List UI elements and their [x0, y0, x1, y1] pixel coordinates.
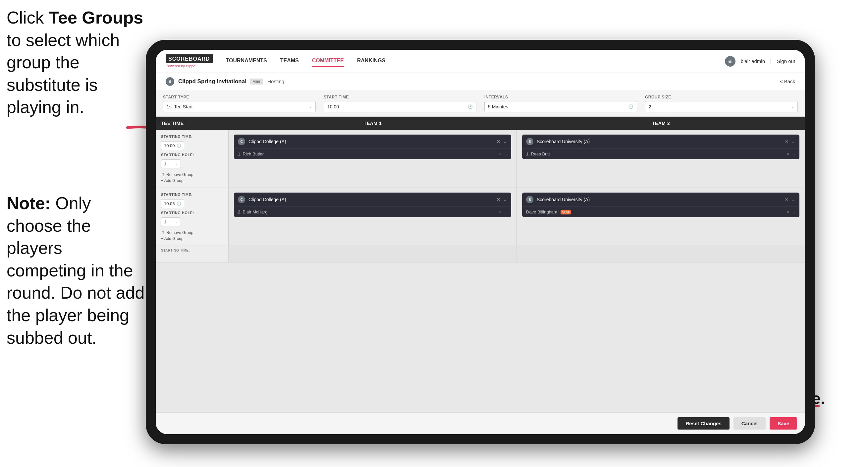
starting-time-label-1: STARTING TIME: [161, 135, 223, 139]
instruction-bottom: Note: Only choose the players competing … [7, 192, 146, 349]
add-group-link-1[interactable]: + Add Group [161, 178, 223, 183]
tournament-title: Clippd Spring Invitational [178, 78, 247, 85]
subheader: B Clippd Spring Invitational Men Hosting… [156, 73, 805, 90]
chevron-up-down-icon: ⌄ [791, 105, 794, 109]
intervals-label: Intervals [484, 95, 637, 99]
col-team1: Team 1 [228, 117, 517, 130]
chevron-hole-icon: ⌄ [175, 162, 178, 166]
chevron-up-icon[interactable]: ⌄ [503, 139, 507, 144]
clock-icon: 🕐 [468, 105, 473, 109]
team-icon-1: C [238, 138, 245, 145]
table-row: STARTING TIME: 10:05 🕐 STARTING HOLE: 1 [156, 188, 805, 246]
player-name-3: 2. Blair McHarg [238, 209, 495, 214]
chevron-icon-4[interactable]: ⌄ [792, 197, 796, 202]
close-icon-4[interactable]: ✕ [785, 197, 789, 202]
team-icon-3: C [238, 196, 245, 203]
pipe-separator: | [770, 58, 772, 64]
tee-groups-scroll: STARTING TIME: 10:00 🕐 STARTING HOLE: 1 [156, 130, 805, 412]
clock-icon-2: 🕐 [628, 105, 633, 109]
starting-hole-input-1[interactable]: 1 ⌄ [161, 159, 181, 168]
tee-table-header: Tee Time Team 1 Team 2 [156, 117, 805, 130]
remove-group-link-2[interactable]: 🗑 Remove Group [161, 230, 223, 235]
player-name-sub: Dave Billingham SUB [526, 209, 783, 214]
starting-hole-label-2: STARTING HOLE: [161, 211, 223, 215]
team-card-scoreboard-2: S Scoreboard University (A) ✕ ⌄ Dave Bil… [522, 193, 799, 217]
settings-bar: Start Type 1st Tee Start ⌄ Start Time 10… [156, 90, 805, 117]
sub-badge: SUB [561, 210, 571, 214]
chevron-hole-icon-2: ⌄ [175, 220, 178, 224]
start-type-group: Start Type 1st Tee Start ⌄ [163, 95, 316, 112]
nav-committee[interactable]: COMMITTEE [312, 55, 344, 67]
nav-right: B blair admin | Sign out [725, 56, 795, 67]
nav-tournaments[interactable]: TOURNAMENTS [226, 55, 267, 67]
chevron-icon-3[interactable]: ⌄ [503, 197, 507, 202]
nav-teams[interactable]: TEAMS [280, 55, 299, 67]
main-content: Start Type 1st Tee Start ⌄ Start Time 10… [156, 90, 805, 434]
chevron-icon-2[interactable]: ⌄ [792, 139, 796, 144]
player-close-icon-2[interactable]: ✕ [786, 152, 789, 156]
cancel-button[interactable]: Cancel [734, 417, 766, 430]
sign-out-link[interactable]: Sign out [777, 58, 795, 64]
start-time-input[interactable]: 10:00 🕐 [324, 101, 476, 112]
close-icon-3[interactable]: ✕ [497, 197, 501, 202]
team2-cell-1: S Scoreboard University (A) ✕ ⌄ 1. Rees … [517, 130, 805, 187]
group-size-label: Group Size [645, 95, 798, 99]
logo-scoreboard: SCOREBOARD [166, 54, 213, 63]
remove-group-link-1[interactable]: 🗑 Remove Group [161, 172, 223, 177]
trash-icon: 🗑 [161, 172, 165, 177]
tablet-screen: SCOREBOARD Powered by clippd TOURNAMENTS… [156, 50, 805, 434]
close-icon[interactable]: ✕ [497, 139, 501, 144]
hosting-label: Hosting [267, 79, 284, 84]
close-icon-2[interactable]: ✕ [785, 139, 789, 144]
trash-icon-2: 🗑 [161, 230, 165, 235]
clock-icon-4: 🕐 [177, 202, 181, 206]
starting-time-input-2[interactable]: 10:05 🕐 [161, 199, 184, 208]
group-size-group: Group Size 2 ⌄ [645, 95, 798, 112]
player-chevron-icon[interactable]: ⌄ [504, 152, 507, 156]
team2-cell-2: S Scoreboard University (A) ✕ ⌄ Dave Bil… [517, 188, 805, 245]
player-name-1: 1. Rich Butler [238, 151, 495, 156]
navbar: SCOREBOARD Powered by clippd TOURNAMENTS… [156, 50, 805, 73]
player-chevron-icon-3[interactable]: ⌄ [504, 210, 507, 214]
player-close-icon-3[interactable]: ✕ [498, 210, 501, 214]
logo-area: SCOREBOARD Powered by clippd [166, 54, 213, 68]
reset-changes-button[interactable]: Reset Changes [678, 417, 729, 430]
team-icon-2: S [526, 138, 533, 145]
player-chevron-icon-sub[interactable]: ⌄ [792, 210, 796, 214]
start-type-label: Start Type [163, 95, 316, 99]
starting-time-input-1[interactable]: 10:00 🕐 [161, 141, 184, 150]
starting-hole-input-2[interactable]: 1 ⌄ [161, 217, 181, 226]
col-tee-time: Tee Time [156, 117, 228, 130]
bottom-bar: Reset Changes Cancel Save [156, 412, 805, 434]
table-row: STARTING TIME: 10:00 🕐 STARTING HOLE: 1 [156, 130, 805, 188]
save-button[interactable]: Save [770, 417, 797, 430]
add-group-link-2[interactable]: + Add Group [161, 236, 223, 241]
logo-powered: Powered by clippd [166, 64, 213, 68]
team-card-scoreboard-1: S Scoreboard University (A) ✕ ⌄ 1. Rees … [522, 135, 799, 159]
group-size-input[interactable]: 2 ⌄ [645, 101, 798, 112]
player-chevron-icon-2[interactable]: ⌄ [792, 152, 796, 156]
team-icon-4: S [526, 196, 533, 203]
user-name: blair admin [741, 58, 765, 64]
chevron-down-icon: ⌄ [309, 105, 312, 109]
player-close-icon[interactable]: ✕ [498, 152, 501, 156]
team-card-clippd-2: C Clippd College (A) ✕ ⌄ 2. Blair McHarg [234, 193, 511, 217]
nav-links: TOURNAMENTS TEAMS COMMITTEE RANKINGS [226, 55, 725, 67]
player-row: 1. Rich Butler ✕ ⌄ [234, 148, 511, 159]
clock-icon-3: 🕐 [177, 144, 181, 148]
time-panel-2: STARTING TIME: 10:05 🕐 STARTING HOLE: 1 [156, 188, 228, 245]
start-type-input[interactable]: 1st Tee Start ⌄ [163, 101, 316, 112]
team-name-2: Scoreboard University (A) [537, 139, 781, 144]
team-name-1: Clippd College (A) [248, 139, 493, 144]
team1-cell-2: C Clippd College (A) ✕ ⌄ 2. Blair McHarg [228, 188, 517, 245]
nav-rankings[interactable]: RANKINGS [357, 55, 385, 67]
table-row-partial: STARTING TIME: [156, 246, 805, 263]
back-button[interactable]: < Back [780, 79, 795, 84]
team-name-3: Clippd College (A) [248, 197, 493, 202]
col-team2: Team 2 [517, 117, 805, 130]
player-close-icon-sub[interactable]: ✕ [786, 210, 789, 214]
player-row-2: 1. Rees Britt ✕ ⌄ [522, 148, 799, 159]
time-panel-1: STARTING TIME: 10:00 🕐 STARTING HOLE: 1 [156, 130, 228, 187]
starting-hole-label-1: STARTING HOLE: [161, 153, 223, 157]
intervals-input[interactable]: 5 Minutes 🕐 [484, 101, 637, 112]
